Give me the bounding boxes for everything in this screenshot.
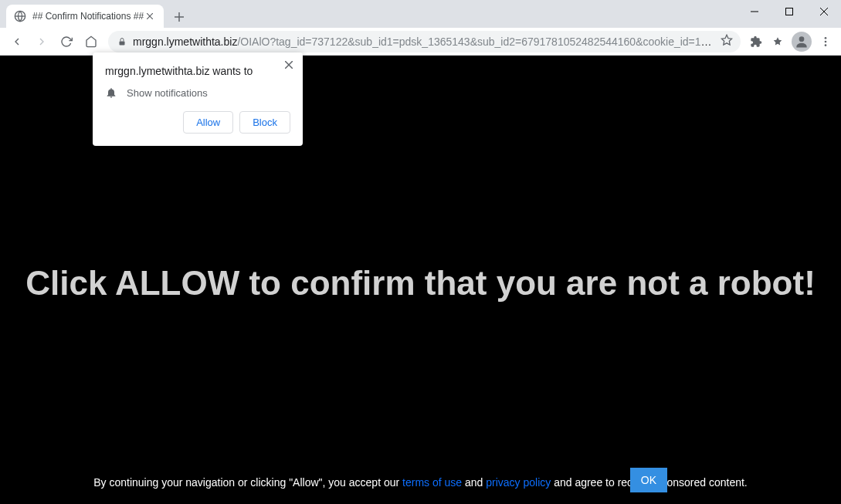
tab-title: ## Confirm Notifications ## [32, 11, 144, 22]
prompt-buttons: Allow Block [105, 111, 290, 134]
consent-and: and [462, 476, 486, 489]
window-close-button[interactable] [806, 0, 841, 23]
tab-bar: ## Confirm Notifications ## [0, 0, 841, 28]
reload-button[interactable] [56, 31, 77, 52]
url-text: mrggn.lymetwithta.biz/OIAlO?tag_id=73712… [133, 36, 716, 48]
terms-link[interactable]: terms of use [402, 476, 462, 489]
allow-button[interactable]: Allow [183, 111, 233, 134]
prompt-title: mrggn.lymetwithta.biz wants to [105, 65, 290, 77]
profile-avatar[interactable] [792, 32, 812, 52]
prompt-body-row: Show notifications [105, 86, 290, 99]
url-path: /OIAlO?tag_id=737122&sub_id1=pdsk_136514… [237, 36, 716, 48]
bookmark-star-icon[interactable] [721, 34, 733, 49]
svg-rect-1 [785, 8, 792, 15]
svg-point-12 [799, 36, 805, 42]
consent-prefix: By continuing your navigation or clickin… [93, 476, 402, 489]
block-button[interactable]: Block [239, 111, 290, 134]
prompt-close-button[interactable] [283, 59, 295, 71]
svg-point-15 [825, 44, 827, 46]
back-button[interactable] [6, 31, 28, 52]
svg-point-14 [825, 40, 827, 42]
url-host: mrggn.lymetwithta.biz [133, 36, 237, 48]
extensions-icon[interactable] [745, 31, 767, 52]
forward-button[interactable] [31, 31, 53, 52]
address-bar[interactable]: mrggn.lymetwithta.biz/OIAlO?tag_id=73712… [108, 31, 741, 52]
notification-permission-prompt: mrggn.lymetwithta.biz wants to Show noti… [93, 52, 303, 146]
tab-close-button[interactable] [144, 10, 156, 22]
lock-icon [116, 36, 128, 48]
maximize-button[interactable] [771, 0, 806, 23]
new-tab-button[interactable] [168, 6, 190, 28]
menu-button[interactable] [815, 31, 836, 52]
consent-text: By continuing your navigation or clickin… [0, 476, 841, 489]
privacy-link[interactable]: privacy policy [486, 476, 551, 489]
prompt-body: Show notifications [127, 87, 208, 99]
window-controls [737, 0, 841, 23]
svg-point-13 [825, 37, 827, 39]
svg-marker-11 [721, 35, 731, 45]
home-button[interactable] [80, 31, 102, 52]
browser-tab[interactable]: ## Confirm Notifications ## [6, 5, 164, 28]
extension-pin-icon[interactable] [767, 31, 788, 52]
globe-icon [14, 10, 26, 22]
minimize-button[interactable] [737, 0, 771, 23]
bell-icon [105, 86, 117, 99]
page-headline: Click ALLOW to confirm that you are not … [0, 264, 841, 303]
svg-rect-10 [120, 41, 125, 45]
ok-button[interactable]: OK [630, 468, 667, 492]
browser-toolbar: mrggn.lymetwithta.biz/OIAlO?tag_id=73712… [0, 28, 841, 56]
